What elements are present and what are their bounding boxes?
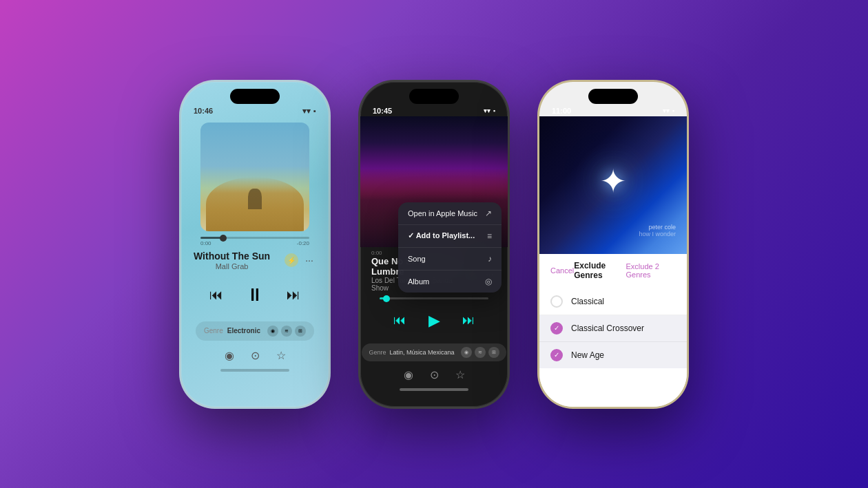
genre-item-classical-crossover[interactable]: ✓ Classical Crossover — [539, 315, 687, 342]
genre-checkbox-new-age[interactable]: ✓ — [550, 349, 563, 361]
queue-icon-1[interactable]: ⊙ — [251, 349, 260, 362]
wifi-icon-2: ▾▾ — [484, 107, 490, 114]
time-total-1: -0:20 — [297, 240, 309, 246]
context-item-open[interactable]: Open in Apple Music ↗ — [398, 202, 502, 225]
status-bar-2: 10:45 ▾▾ ▪ — [360, 104, 508, 116]
home-indicator-2 — [400, 388, 468, 391]
rewind-button-1[interactable]: ⏮ — [209, 287, 223, 303]
genre-icons-2: ◉ ≋ ⊞ — [461, 347, 499, 358]
genre-icon-wave-2: ≋ — [475, 347, 486, 358]
genre-value-1: Electronic — [227, 327, 260, 335]
genre-icon-disc-2: ◉ — [461, 347, 472, 358]
context-item-album[interactable]: Album ◎ — [398, 270, 502, 293]
genre-pill-1[interactable]: Genre Electronic ◉ ≋ ⊞ — [196, 321, 314, 341]
phone-2: 10:45 ▾▾ ▪ Open in Apple Music ↗ ✓ Add t… — [358, 80, 510, 409]
genre-icons-1: ◉ ≋ ⊞ — [267, 326, 306, 337]
genre-name-classical: Classical — [571, 297, 604, 306]
phone-3: 11:00 ▾▾ ▪ peter cole how I wonder Cance… — [537, 80, 689, 409]
playback-controls-2: ⏮ ▶ ⏭ — [360, 301, 508, 341]
context-label-album: Album — [408, 277, 429, 286]
status-bar-1: 10:46 ▾▾ ▪ — [181, 104, 329, 117]
progress-fill-1 — [200, 237, 223, 239]
play-button-2[interactable]: ▶ — [420, 306, 448, 335]
song-artist-1: Mall Grab — [194, 262, 270, 270]
status-icons-2: ▾▾ ▪ — [484, 107, 495, 114]
note-icon: ♪ — [488, 254, 492, 264]
genre-icon-disc-1: ◉ — [267, 326, 278, 337]
boost-button-1[interactable]: ⚡ — [285, 253, 298, 267]
song-title-1: Without The Sun — [194, 251, 270, 262]
genre-icon-grid-1: ⊞ — [295, 326, 306, 337]
album-title-3: how I wonder — [639, 231, 676, 237]
context-item-playlist[interactable]: ✓ Add to Playlist... ≡ — [398, 225, 502, 248]
forward-button-1[interactable]: ⏭ — [287, 287, 300, 303]
forward-button-2[interactable]: ⏭ — [462, 313, 475, 328]
genre-pill-2[interactable]: Genre Latin, Música Mexicana ◉ ≋ ⊞ — [362, 343, 506, 361]
dynamic-island-3 — [588, 89, 638, 104]
more-button-1[interactable]: ··· — [302, 253, 316, 267]
status-icons-3: ▾▾ ▪ — [663, 107, 674, 114]
progress-thumb-2 — [383, 295, 390, 302]
time-1: 10:46 — [194, 107, 213, 115]
album-text: peter cole how I wonder — [639, 224, 676, 237]
progress-times-1: 0:00 -0:20 — [200, 240, 309, 246]
genre-icon-grid-2: ⊞ — [488, 347, 499, 358]
progress-thumb-1 — [220, 235, 227, 242]
genre-name-new-age: New Age — [571, 350, 604, 360]
status-icons-1: ▾▾ ▪ — [302, 107, 316, 116]
status-bar-3: 11:00 ▾▾ ▪ — [539, 104, 687, 116]
context-menu: Open in Apple Music ↗ ✓ Add to Playlist.… — [398, 202, 502, 293]
genre-label-1: Genre — [204, 327, 223, 335]
album-art-1 — [200, 123, 309, 231]
time-current-1: 0:00 — [200, 240, 211, 246]
airplay-icon-1[interactable]: ◉ — [225, 349, 234, 362]
list-icon: ≡ — [487, 231, 492, 241]
time-3: 11:00 — [552, 107, 571, 115]
album-art-3: peter cole how I wonder — [539, 116, 687, 254]
song-info-1: Without The Sun Mall Grab ⚡ ··· — [181, 248, 329, 273]
disc-icon: ◎ — [485, 277, 492, 286]
star-icon-2[interactable]: ☆ — [455, 368, 465, 381]
dynamic-island-2 — [409, 89, 459, 104]
playback-controls-1: ⏮ ⏸ ⏭ — [181, 273, 329, 317]
genre-value-2: Latin, Música Mexicana — [389, 349, 454, 356]
genre-item-classical[interactable]: Classical — [539, 288, 687, 315]
genre-checkbox-classical-crossover[interactable]: ✓ — [550, 322, 563, 335]
genre-list: Classical ✓ Classical Crossover ✓ New Ag… — [539, 286, 687, 371]
context-label-song: Song — [408, 255, 426, 263]
context-label-open: Open in Apple Music — [408, 209, 477, 218]
battery-icon-1: ▪ — [313, 107, 316, 115]
genre-name-classical-crossover: Classical Crossover — [571, 323, 644, 333]
battery-icon-2: ▪ — [493, 107, 495, 114]
dynamic-island-1 — [230, 89, 280, 104]
sheet-title: Exclude Genres — [574, 261, 626, 280]
bottom-icons-2: ◉ ⊙ ☆ — [360, 364, 508, 385]
wifi-icon-3: ▾▾ — [663, 107, 670, 114]
home-indicator-1 — [220, 369, 289, 372]
person-silhouette — [248, 189, 262, 209]
airplay-icon-2[interactable]: ◉ — [404, 368, 413, 381]
bottom-icons-1: ◉ ⊙ ☆ — [181, 345, 329, 366]
star-icon-1[interactable]: ☆ — [276, 349, 286, 362]
star-burst — [599, 162, 627, 200]
progress-container-1[interactable]: 0:00 -0:20 — [200, 237, 309, 246]
genre-label-2: Genre — [369, 349, 386, 356]
progress-track-1 — [200, 237, 309, 239]
cancel-button[interactable]: Cancel — [550, 266, 574, 275]
progress-container-2[interactable] — [380, 297, 488, 299]
wifi-icon-1: ▾▾ — [302, 107, 311, 116]
context-label-playlist: ✓ Add to Playlist... — [408, 231, 475, 240]
pause-button-1[interactable]: ⏸ — [240, 280, 270, 310]
genre-icon-wave-1: ≋ — [281, 326, 292, 337]
progress-track-2 — [380, 297, 488, 299]
queue-icon-2[interactable]: ⊙ — [430, 368, 439, 381]
exclude-genres-button[interactable]: Exclude 2 Genres — [626, 262, 676, 279]
time-2: 10:45 — [373, 107, 392, 115]
context-item-song[interactable]: Song ♪ — [398, 248, 502, 270]
share-icon: ↗ — [485, 209, 492, 218]
sheet-header: Cancel Exclude Genres Exclude 2 Genres — [539, 254, 687, 286]
phone-1: 10:46 ▾▾ ▪ 0:00 -0:20 Without The Sun Ma… — [179, 80, 331, 409]
rewind-button-2[interactable]: ⏮ — [393, 313, 406, 328]
genre-item-new-age[interactable]: ✓ New Age — [539, 342, 687, 368]
genre-checkbox-classical[interactable] — [550, 295, 563, 308]
